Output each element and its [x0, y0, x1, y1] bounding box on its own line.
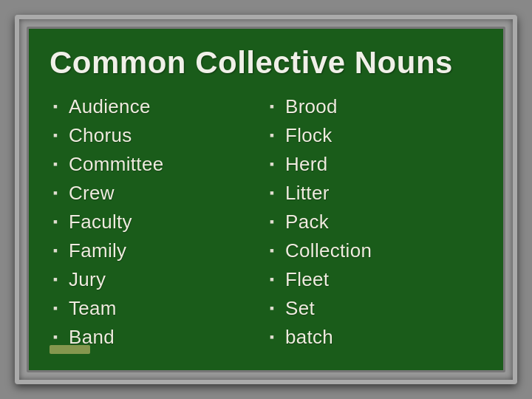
item-label: Brood: [285, 95, 338, 118]
right-column: ▪ Brood ▪ Flock ▪ Herd ▪ Litter ▪ Pack ▪…: [266, 94, 482, 350]
bullet-icon: ▪: [266, 99, 278, 115]
item-label: Audience: [69, 95, 151, 118]
item-label: Fleet: [285, 268, 329, 291]
item-label: Crew: [69, 182, 115, 205]
item-label: Family: [69, 239, 126, 262]
left-column: ▪ Audience ▪ Chorus ▪ Committee ▪ Crew ▪…: [50, 94, 266, 350]
bullet-icon: ▪: [50, 272, 61, 287]
list-item: ▪ Collection: [266, 238, 482, 264]
list-item: ▪ Flock: [266, 123, 482, 149]
item-label: Set: [285, 297, 315, 320]
bullet-icon: ▪: [50, 330, 61, 345]
bullet-icon: ▪: [50, 128, 61, 143]
bullet-icon: ▪: [266, 214, 278, 230]
chalkboard-outer: Common Collective Nouns ▪ Audience ▪ Cho…: [15, 15, 517, 384]
list-item: ▪ Audience: [50, 94, 266, 120]
list-item: ▪ Team: [50, 296, 266, 321]
list-item: ▪ batch: [266, 324, 482, 350]
item-label: Pack: [285, 211, 329, 233]
item-label: Litter: [285, 182, 330, 205]
list-item: ▪ Family: [50, 238, 266, 264]
bullet-icon: ▪: [266, 128, 278, 143]
item-label: batch: [285, 326, 333, 349]
list-item: ▪ Fleet: [266, 267, 482, 293]
bullet-icon: ▪: [50, 99, 61, 115]
bullet-icon: ▪: [266, 185, 278, 201]
bullet-icon: ▪: [50, 243, 61, 259]
list-item: ▪ Herd: [266, 151, 482, 177]
bullet-icon: ▪: [50, 214, 61, 230]
bullet-icon: ▪: [266, 301, 278, 316]
list-item: ▪ Chorus: [50, 123, 266, 149]
bullet-icon: ▪: [266, 243, 278, 259]
item-label: Chorus: [69, 124, 132, 147]
bullet-icon: ▪: [266, 330, 278, 345]
item-label: Herd: [285, 153, 328, 176]
item-label: Jury: [69, 268, 106, 291]
bullet-icon: ▪: [50, 301, 61, 316]
chalkboard: Common Collective Nouns ▪ Audience ▪ Cho…: [27, 27, 505, 372]
item-label: Collection: [285, 239, 372, 262]
list-item: ▪ Committee: [50, 151, 266, 177]
list-item: ▪ Faculty: [50, 209, 266, 235]
bullet-icon: ▪: [266, 157, 278, 172]
bullet-icon: ▪: [50, 185, 61, 201]
list-item: ▪ Crew: [50, 180, 266, 206]
list-item: ▪ Litter: [266, 180, 482, 206]
list-item: ▪ Set: [266, 296, 482, 321]
item-label: Team: [69, 297, 117, 320]
bullet-icon: ▪: [50, 157, 61, 172]
list-item: ▪ Jury: [50, 267, 266, 293]
item-label: Flock: [285, 124, 332, 147]
content-area: ▪ Audience ▪ Chorus ▪ Committee ▪ Crew ▪…: [50, 94, 482, 350]
bullet-icon: ▪: [266, 272, 278, 287]
list-item: ▪ Brood: [266, 94, 482, 120]
item-label: Committee: [69, 153, 163, 176]
list-item: ▪ Pack: [266, 209, 482, 235]
eraser-mark: [50, 345, 90, 354]
item-label: Faculty: [69, 211, 132, 233]
page-title: Common Collective Nouns: [50, 45, 482, 81]
